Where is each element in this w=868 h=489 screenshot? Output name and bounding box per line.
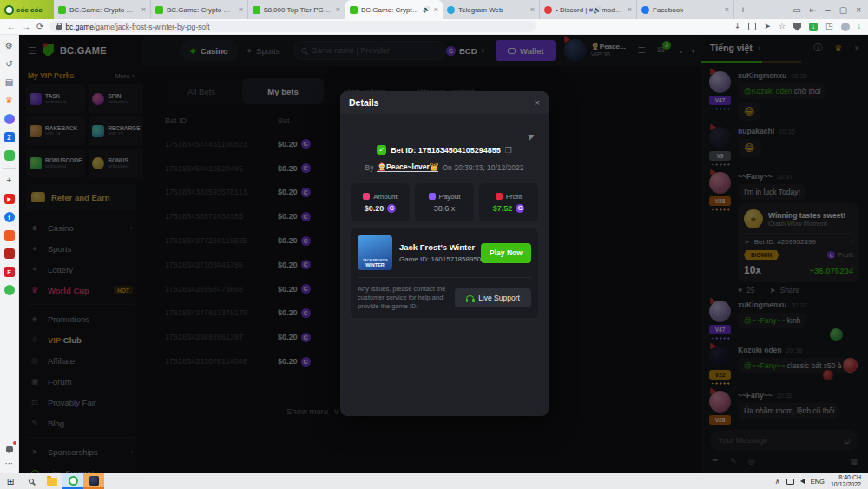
tab-close-icon[interactable]: × [141,5,146,14]
stat-amount: Amount $0.20C [351,183,410,221]
bettor-username[interactable]: 🤶Peace~lover👑 [377,162,438,172]
modal-header: Details × [340,91,549,114]
tab-close-icon[interactable]: × [336,5,340,14]
reading-list-icon[interactable]: ▤ [3,76,16,89]
download-extension-icon[interactable]: ↓ [809,23,818,31]
forward-icon[interactable]: → [22,23,30,31]
discord-favicon [544,6,552,14]
coccoc-taskbar-icon[interactable] [62,473,83,489]
screen: cốc cốc BC.Game: Crypto Casino× BC.Game:… [0,0,868,489]
bcgame-favicon [253,6,260,14]
history-icon[interactable]: ↺ [3,58,16,70]
browser-tabbar: cốc cốc BC.Game: Crypto Casino× BC.Game:… [0,0,868,19]
browser-toolbar: ← → ⟳ bc.game/game/jack-frost-s-winter-b… [0,19,868,35]
soccer-app-icon[interactable] [3,284,16,296]
recent-tabs-icon[interactable]: ⇤ [810,5,817,15]
notifications-bell-icon[interactable] [3,442,16,454]
save-page-icon[interactable]: ↧ [734,23,741,30]
rail-more-icon[interactable]: ⋯ [3,458,16,470]
bookmark-star-icon[interactable]: ☆ [779,23,786,30]
stat-profit: Profit $7.52C [479,183,538,221]
modal-title: Details [349,97,535,108]
start-button[interactable]: ⊞ [0,473,21,489]
maximize-button[interactable]: ▢ [839,5,847,15]
windows-taskbar: ⊞ ∧ ENG 8:40 CH10/12/2022 [0,473,868,489]
volume-icon[interactable] [800,479,805,484]
bcgame-favicon [58,6,66,14]
youtube-icon[interactable]: ▶ [3,193,16,205]
messenger-icon[interactable] [3,113,16,125]
tab-close-icon[interactable]: × [725,5,729,14]
news-app-icon[interactable] [3,248,16,260]
facebook-favicon [641,6,649,14]
bcgame-favicon [155,6,163,14]
lock-icon [56,25,62,30]
tab-audio-icon: 🔊 [423,6,431,13]
system-tray: ∧ ENG 8:40 CH10/12/2022 [775,474,868,488]
play-now-button[interactable]: Play Now [481,243,531,263]
stat-payout: Payout 38.6 x [415,183,474,221]
adblock-shield-icon[interactable] [793,23,801,31]
keyboard-language[interactable]: ENG [811,478,825,486]
modal-stats: Amount $0.20C Payout 38.6 x Profit $7.52… [351,183,538,221]
support-note: Any issues, please contact the customer … [358,285,448,311]
tab-close-icon[interactable]: × [434,5,438,14]
modal-close-icon[interactable]: × [535,97,540,108]
game-controller-icon[interactable] [3,149,16,162]
share-icon[interactable]: ➤ [764,23,771,30]
game-name: Jack Frost's Winter [399,242,474,252]
game-id-value: Game ID: 1601571858950... [399,255,487,263]
headset-icon [466,295,474,301]
reload-icon[interactable]: ⟳ [36,23,43,31]
browser-tab[interactable]: $8,000 Top Tier PGSoft: M× [248,0,345,19]
shopee-icon[interactable] [3,229,16,241]
tab-search-icon[interactable]: ▭ [792,5,800,15]
game-thumbnail[interactable]: JACK FROST'SWINTER [358,235,392,270]
extensions-puzzle-icon[interactable]: ◳ [825,23,833,30]
browser-tab-active[interactable]: BC.Game: Crypto Ca...🔊× [345,0,443,19]
taskbar-clock[interactable]: 8:40 CH10/12/2022 [831,474,861,488]
tab-close-icon[interactable]: × [628,5,632,14]
bcgame-favicon [350,6,358,14]
minimize-button[interactable]: – [825,5,831,15]
bcgame-page: ☰ BC.GAME My VIP Perks More › TASKunlock… [19,35,868,473]
url-domain: bc.game [65,23,94,31]
toolbar-icons: ↧ ➤ ☆ ↓ ◳ ↓ [734,23,861,31]
close-window-button[interactable]: × [856,5,861,15]
zalo-icon[interactable]: Z [3,131,16,143]
add-shortcut-icon[interactable]: + [3,175,16,187]
browser-tab[interactable]: BC.Game: Crypto Casino× [54,0,151,19]
browser-tab[interactable]: Facebook× [637,0,734,19]
address-bar[interactable]: bc.game/game/jack-frost-s-winter-by-pg-s… [49,21,536,32]
downloads-icon[interactable]: ↓ [858,23,862,30]
amount-icon [363,193,370,200]
tab-close-icon[interactable]: × [530,5,535,14]
coccoc-menu-button[interactable]: cốc cốc [0,0,54,19]
file-explorer-icon[interactable] [42,473,62,489]
facebook-shortcut-icon[interactable]: f [3,211,16,223]
vip-crown-icon[interactable]: ♛ [3,95,16,107]
bet-details-modal: Details × ➤ ✓ Bet ID: 175183450410529485… [340,91,549,416]
modal-share-icon[interactable]: ➤ [525,130,536,143]
coin-icon: C [387,204,396,213]
profile-avatar-icon[interactable] [841,23,850,31]
e-app-icon[interactable]: E [3,266,16,278]
taskbar-search-icon[interactable] [21,473,42,489]
browser-tab[interactable]: Telegram Web× [443,0,540,19]
new-tab-button[interactable]: + [734,0,752,19]
browser-tab[interactable]: • Discord | #🔊mod-ann...× [540,0,637,19]
window-controls: ▭ ⇤ – ▢ × [786,0,868,19]
url-path: /game/jack-frost-s-winter-by-pg-soft [94,23,210,31]
network-icon[interactable] [786,479,794,485]
tray-expand-icon[interactable]: ∧ [775,478,780,486]
profit-icon [496,193,503,200]
tab-close-icon[interactable]: × [239,5,243,14]
browser-side-rail: ⚙ ↺ ▤ ♛ Z + ▶ f E ⋯ [0,35,19,473]
browser-tab[interactable]: BC.Game: Crypto Casino× [151,0,248,19]
copy-icon[interactable]: ❐ [505,146,512,155]
back-icon[interactable]: ← [7,23,16,31]
translate-icon[interactable] [748,23,756,30]
settings-gear-icon[interactable]: ⚙ [3,40,16,52]
game-app-taskbar-icon[interactable] [83,473,104,489]
live-support-button[interactable]: Live Support [455,288,531,307]
